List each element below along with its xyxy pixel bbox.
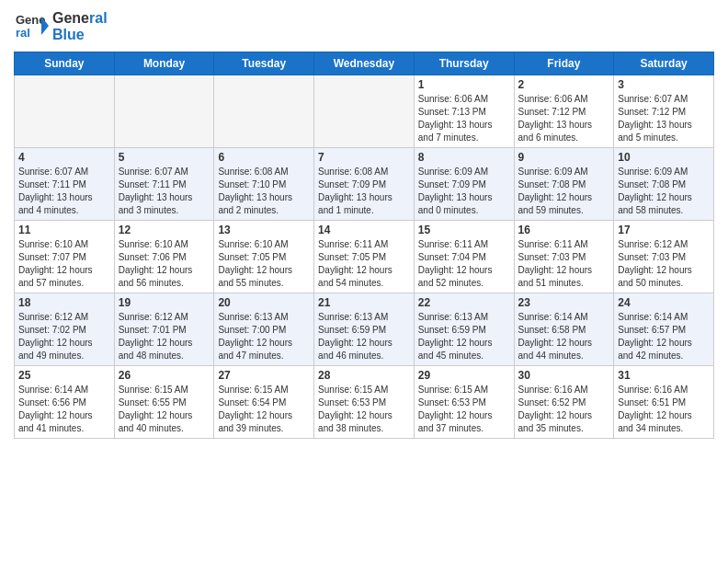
day-number: 22	[418, 296, 510, 309]
calendar-cell: 30Sunrise: 6:16 AM Sunset: 6:52 PM Dayli…	[514, 366, 614, 439]
calendar-cell: 3Sunrise: 6:07 AM Sunset: 7:12 PM Daylig…	[614, 75, 714, 148]
day-number: 15	[418, 224, 510, 236]
calendar-cell: 23Sunrise: 6:14 AM Sunset: 6:58 PM Dayli…	[514, 293, 614, 366]
day-number: 25	[18, 369, 110, 382]
calendar-cell: 10Sunrise: 6:09 AM Sunset: 7:08 PM Dayli…	[614, 148, 714, 221]
logo-line1: General	[52, 10, 108, 27]
calendar-cell: 27Sunrise: 6:15 AM Sunset: 6:54 PM Dayli…	[214, 366, 314, 439]
day-info: Sunrise: 6:06 AM Sunset: 7:13 PM Dayligh…	[418, 93, 510, 144]
day-info: Sunrise: 6:15 AM Sunset: 6:55 PM Dayligh…	[119, 384, 210, 435]
page-header: Gene ral General Blue	[14, 9, 714, 44]
calendar-cell	[15, 75, 115, 148]
calendar-cell: 16Sunrise: 6:11 AM Sunset: 7:03 PM Dayli…	[514, 221, 614, 293]
calendar-cell: 25Sunrise: 6:14 AM Sunset: 6:56 PM Dayli…	[15, 366, 115, 439]
calendar-cell: 19Sunrise: 6:12 AM Sunset: 7:01 PM Dayli…	[114, 293, 214, 366]
day-info: Sunrise: 6:11 AM Sunset: 7:05 PM Dayligh…	[318, 238, 410, 290]
day-info: Sunrise: 6:09 AM Sunset: 7:08 PM Dayligh…	[518, 166, 610, 217]
day-number: 17	[618, 224, 710, 236]
day-number: 1	[418, 78, 510, 91]
calendar-cell: 13Sunrise: 6:10 AM Sunset: 7:05 PM Dayli…	[214, 221, 314, 293]
day-info: Sunrise: 6:12 AM Sunset: 7:03 PM Dayligh…	[618, 238, 710, 290]
day-info: Sunrise: 6:11 AM Sunset: 7:04 PM Dayligh…	[418, 238, 510, 290]
calendar-week-4: 18Sunrise: 6:12 AM Sunset: 7:02 PM Dayli…	[15, 293, 714, 366]
day-header-sunday: Sunday	[15, 52, 115, 75]
calendar-cell: 2Sunrise: 6:06 AM Sunset: 7:12 PM Daylig…	[514, 75, 614, 148]
calendar-cell: 12Sunrise: 6:10 AM Sunset: 7:06 PM Dayli…	[114, 221, 214, 293]
calendar-cell: 22Sunrise: 6:13 AM Sunset: 6:59 PM Dayli…	[414, 293, 514, 366]
day-number: 16	[518, 224, 610, 236]
calendar-cell	[114, 75, 214, 148]
day-info: Sunrise: 6:11 AM Sunset: 7:03 PM Dayligh…	[518, 238, 610, 290]
day-number: 29	[418, 369, 510, 382]
day-number: 21	[318, 296, 410, 309]
calendar-cell: 21Sunrise: 6:13 AM Sunset: 6:59 PM Dayli…	[314, 293, 415, 366]
day-info: Sunrise: 6:07 AM Sunset: 7:11 PM Dayligh…	[119, 166, 210, 217]
calendar-cell: 28Sunrise: 6:15 AM Sunset: 6:53 PM Dayli…	[314, 366, 415, 439]
day-number: 20	[218, 296, 310, 309]
calendar-cell: 29Sunrise: 6:15 AM Sunset: 6:53 PM Dayli…	[414, 366, 514, 439]
day-number: 28	[318, 369, 410, 382]
calendar: SundayMondayTuesdayWednesdayThursdayFrid…	[14, 52, 714, 439]
day-number: 11	[18, 224, 110, 236]
day-info: Sunrise: 6:08 AM Sunset: 7:09 PM Dayligh…	[318, 166, 410, 217]
day-info: Sunrise: 6:16 AM Sunset: 6:52 PM Dayligh…	[518, 384, 610, 435]
svg-text:ral: ral	[16, 26, 30, 40]
day-number: 14	[318, 224, 410, 236]
svg-text:Gene: Gene	[16, 13, 46, 27]
day-number: 12	[119, 224, 210, 236]
day-number: 8	[418, 151, 510, 164]
day-number: 4	[18, 151, 110, 164]
day-headers: SundayMondayTuesdayWednesdayThursdayFrid…	[15, 52, 714, 75]
day-info: Sunrise: 6:13 AM Sunset: 6:59 PM Dayligh…	[418, 311, 510, 362]
calendar-cell: 8Sunrise: 6:09 AM Sunset: 7:09 PM Daylig…	[414, 148, 514, 221]
day-header-saturday: Saturday	[614, 52, 714, 75]
day-number: 10	[618, 151, 710, 164]
day-number: 7	[318, 151, 410, 164]
day-info: Sunrise: 6:10 AM Sunset: 7:06 PM Dayligh…	[119, 238, 210, 290]
day-header-thursday: Thursday	[414, 52, 514, 75]
day-number: 3	[618, 78, 710, 91]
calendar-cell: 20Sunrise: 6:13 AM Sunset: 7:00 PM Dayli…	[214, 293, 314, 366]
day-info: Sunrise: 6:06 AM Sunset: 7:12 PM Dayligh…	[518, 93, 610, 144]
day-number: 2	[518, 78, 610, 91]
calendar-cell: 4Sunrise: 6:07 AM Sunset: 7:11 PM Daylig…	[15, 148, 115, 221]
day-number: 30	[518, 369, 610, 382]
day-info: Sunrise: 6:14 AM Sunset: 6:56 PM Dayligh…	[18, 384, 110, 435]
calendar-cell: 17Sunrise: 6:12 AM Sunset: 7:03 PM Dayli…	[614, 221, 714, 293]
day-number: 19	[119, 296, 210, 309]
calendar-cell: 1Sunrise: 6:06 AM Sunset: 7:13 PM Daylig…	[414, 75, 514, 148]
day-info: Sunrise: 6:13 AM Sunset: 6:59 PM Dayligh…	[318, 311, 410, 362]
day-info: Sunrise: 6:10 AM Sunset: 7:05 PM Dayligh…	[218, 238, 310, 290]
calendar-cell: 7Sunrise: 6:08 AM Sunset: 7:09 PM Daylig…	[314, 148, 415, 221]
calendar-cell: 9Sunrise: 6:09 AM Sunset: 7:08 PM Daylig…	[514, 148, 614, 221]
calendar-cell: 6Sunrise: 6:08 AM Sunset: 7:10 PM Daylig…	[214, 148, 314, 221]
day-number: 27	[218, 369, 310, 382]
logo-line2: Blue	[52, 27, 108, 43]
day-header-monday: Monday	[114, 52, 214, 75]
day-info: Sunrise: 6:09 AM Sunset: 7:08 PM Dayligh…	[618, 166, 710, 217]
day-info: Sunrise: 6:13 AM Sunset: 7:00 PM Dayligh…	[218, 311, 310, 362]
calendar-cell	[214, 75, 314, 148]
day-info: Sunrise: 6:15 AM Sunset: 6:53 PM Dayligh…	[418, 384, 510, 435]
calendar-cell: 18Sunrise: 6:12 AM Sunset: 7:02 PM Dayli…	[15, 293, 115, 366]
day-info: Sunrise: 6:12 AM Sunset: 7:02 PM Dayligh…	[18, 311, 110, 362]
calendar-week-2: 4Sunrise: 6:07 AM Sunset: 7:11 PM Daylig…	[15, 148, 714, 221]
logo-svg: Gene ral	[14, 9, 49, 44]
day-number: 24	[618, 296, 710, 309]
calendar-cell: 14Sunrise: 6:11 AM Sunset: 7:05 PM Dayli…	[314, 221, 415, 293]
day-number: 6	[218, 151, 310, 164]
day-info: Sunrise: 6:15 AM Sunset: 6:53 PM Dayligh…	[318, 384, 410, 435]
day-number: 23	[518, 296, 610, 309]
day-info: Sunrise: 6:12 AM Sunset: 7:01 PM Dayligh…	[119, 311, 210, 362]
day-number: 5	[119, 151, 210, 164]
day-info: Sunrise: 6:08 AM Sunset: 7:10 PM Dayligh…	[218, 166, 310, 217]
logo: Gene ral General Blue	[14, 9, 108, 44]
day-info: Sunrise: 6:15 AM Sunset: 6:54 PM Dayligh…	[218, 384, 310, 435]
calendar-cell	[314, 75, 415, 148]
calendar-week-3: 11Sunrise: 6:10 AM Sunset: 7:07 PM Dayli…	[15, 221, 714, 293]
day-number: 9	[518, 151, 610, 164]
day-info: Sunrise: 6:07 AM Sunset: 7:12 PM Dayligh…	[618, 93, 710, 144]
day-number: 26	[119, 369, 210, 382]
day-number: 18	[18, 296, 110, 309]
day-header-wednesday: Wednesday	[314, 52, 415, 75]
